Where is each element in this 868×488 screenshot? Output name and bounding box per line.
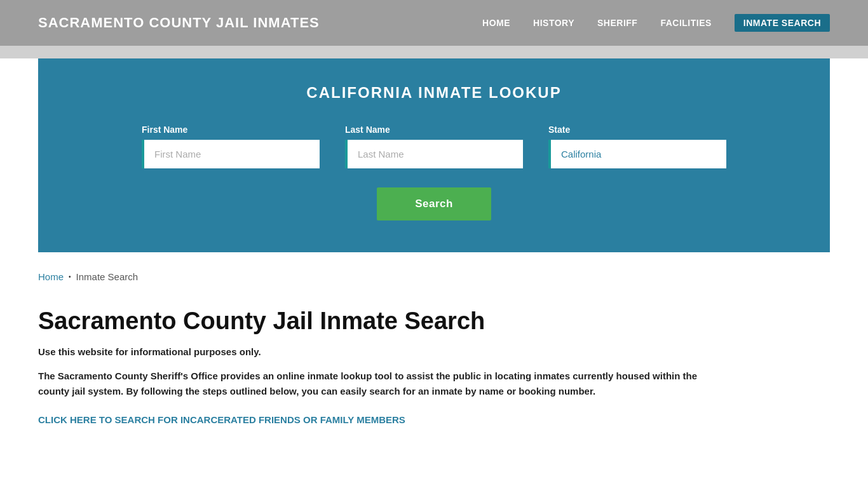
gray-strip	[0, 46, 868, 58]
info-paragraph: The Sacramento County Sheriff's Office p…	[38, 369, 712, 399]
main-nav: HOME HISTORY SHERIFF FACILITIES INMATE S…	[482, 14, 830, 32]
nav-home[interactable]: HOME	[482, 18, 510, 28]
state-group: State	[548, 125, 726, 168]
first-name-group: First Name	[142, 125, 320, 168]
nav-sheriff[interactable]: SHERIFF	[597, 18, 637, 28]
page-heading: Sacramento County Jail Inmate Search	[38, 308, 830, 335]
search-btn-row: Search	[76, 187, 792, 220]
nav-history[interactable]: HISTORY	[533, 18, 574, 28]
last-name-input[interactable]	[345, 140, 523, 168]
inmate-lookup-section: CALIFORNIA INMATE LOOKUP First Name Last…	[38, 58, 830, 252]
state-input[interactable]	[548, 140, 726, 168]
info-line1: Use this website for informational purpo…	[38, 346, 830, 357]
search-button[interactable]: Search	[377, 187, 491, 220]
breadcrumb-current: Inmate Search	[76, 271, 139, 282]
first-name-label: First Name	[142, 125, 320, 135]
site-header: SACRAMENTO COUNTY JAIL INMATES HOME HIST…	[0, 0, 868, 46]
first-name-input[interactable]	[142, 140, 320, 168]
last-name-label: Last Name	[345, 125, 523, 135]
form-row: First Name Last Name State	[76, 125, 792, 168]
nav-facilities[interactable]: FACILITIES	[660, 18, 711, 28]
main-content: Home • Inmate Search Sacramento County J…	[0, 252, 868, 451]
breadcrumb: Home • Inmate Search	[38, 271, 830, 282]
breadcrumb-separator: •	[69, 273, 71, 280]
lookup-title: CALIFORNIA INMATE LOOKUP	[76, 84, 792, 102]
site-title: SACRAMENTO COUNTY JAIL INMATES	[38, 15, 320, 31]
state-label: State	[548, 125, 726, 135]
last-name-group: Last Name	[345, 125, 523, 168]
click-here-link[interactable]: CLICK HERE to Search for Incarcerated Fr…	[38, 414, 405, 425]
breadcrumb-home-link[interactable]: Home	[38, 271, 64, 282]
nav-inmate-search[interactable]: INMATE SEARCH	[735, 14, 830, 32]
